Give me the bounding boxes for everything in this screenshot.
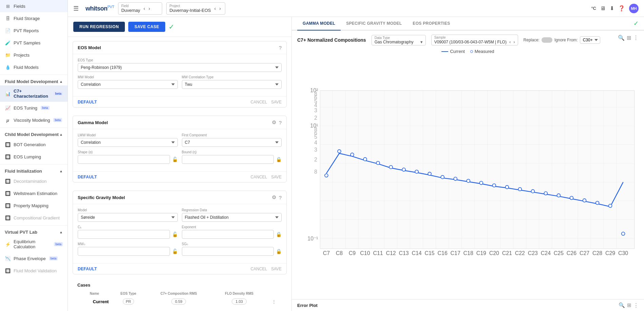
sidebar-item-equilibrium[interactable]: ⚡ Equilibrium Calculation beta xyxy=(0,236,68,252)
ignore-from-select[interactable]: C30+ xyxy=(580,36,600,44)
sg0-lock-button[interactable]: 🔒 xyxy=(276,249,282,254)
chart-more-button[interactable]: ⋮ xyxy=(633,35,639,41)
tab-gamma-model[interactable]: GAMMA MODEL xyxy=(297,17,341,31)
eos-type-select[interactable]: Peng-Robinson (1979) xyxy=(78,63,282,72)
case-more-button[interactable]: ⋮ xyxy=(272,299,276,304)
folder-icon: 📁 xyxy=(5,52,11,58)
exponent-lock-button[interactable]: 🔒 xyxy=(276,232,282,237)
sidebar-item-bot-generation[interactable]: 🔲 BOT Generation xyxy=(0,138,68,151)
field-next-button[interactable]: › xyxy=(147,5,152,12)
svg-text:C19: C19 xyxy=(476,250,486,256)
sg-model-help-button[interactable]: ? xyxy=(279,194,282,200)
sg-model-save-button[interactable]: SAVE xyxy=(271,267,282,271)
mw0-lock-button[interactable]: 🔓 xyxy=(172,249,178,254)
eos-model-help-button[interactable]: ? xyxy=(279,45,282,51)
shape-input[interactable]: 0.746466 xyxy=(78,155,170,164)
mw0-input[interactable]: 66 xyxy=(78,247,170,256)
field-prev-button[interactable]: ‹ xyxy=(142,5,147,12)
sidebar-item-fields[interactable]: ⊞ Fields xyxy=(0,0,68,12)
project-value: Duvernay-Initial-EOS xyxy=(169,8,211,13)
sg-model-settings-button[interactable]: ⚙ xyxy=(272,194,276,200)
svg-point-95 xyxy=(622,232,625,235)
sg0-input[interactable]: 0.2855 xyxy=(182,247,274,256)
data-type-dropdown-icon[interactable]: ▼ xyxy=(418,40,425,44)
svg-point-85 xyxy=(492,184,496,187)
c1-lock-button[interactable]: 🔓 xyxy=(172,232,178,237)
eos-model-save-button[interactable]: SAVE xyxy=(271,100,282,104)
col-eos-header: EOS Type xyxy=(111,290,145,297)
c1-exponent-row: C₁ 0.264856 🔓 Exponent 0.144512 🔒 xyxy=(78,225,282,239)
run-regression-button[interactable]: RUN REGRESSION xyxy=(73,22,125,32)
sg-model-cancel-button[interactable]: CANCEL xyxy=(251,267,267,271)
save-case-button[interactable]: SAVE CASE xyxy=(128,22,165,32)
shape-lock-button[interactable]: 🔓 xyxy=(172,157,178,162)
mw-model-select[interactable]: Correlation xyxy=(78,80,178,89)
mw-correlation-select[interactable]: Twu xyxy=(182,80,282,89)
download-icon[interactable]: ⬇ xyxy=(610,5,614,12)
sg-model-default-button[interactable]: DEFAULT xyxy=(78,267,97,271)
help-icon[interactable]: ❓ xyxy=(618,5,625,12)
regression-data-select[interactable]: Flashed Oil + Distillation xyxy=(182,213,282,222)
sidebar-item-fluid-storage[interactable]: 🗄 Fluid Storage xyxy=(0,12,68,24)
sample-prev-button[interactable]: ‹ xyxy=(509,39,511,44)
sidebar-item-eos-lumping[interactable]: 🔲 EOS Lumping xyxy=(0,151,68,163)
avatar[interactable]: MH xyxy=(629,4,639,13)
sidebar-item-fluid-models[interactable]: 💧 Fluid Models xyxy=(0,61,68,73)
sidebar-item-viscosity-modeling[interactable]: μ Viscosity Modeling beta xyxy=(0,114,68,126)
section-virtual-pvt[interactable]: Virtual PVT Lab ▲ xyxy=(0,227,68,236)
sg-model-select[interactable]: Søreide xyxy=(78,213,178,222)
chart-bg xyxy=(320,91,634,249)
section-child-model-dev[interactable]: Child Model Development ▲ xyxy=(0,129,68,138)
sidebar-item-pvt-reports[interactable]: 📄 PVT Reports xyxy=(0,24,68,37)
gamma-model-settings-button[interactable]: ⚙ xyxy=(272,119,276,125)
sample-next-button[interactable]: › xyxy=(513,39,515,44)
sidebar-item-pvt-samples[interactable]: 🧪 PVT Samples xyxy=(0,37,68,49)
c1-input[interactable]: 0.264856 xyxy=(78,230,170,239)
project-prev-button[interactable]: ‹ xyxy=(213,5,217,12)
legend-current: Current xyxy=(441,49,465,54)
error-more-button[interactable]: ⋮ xyxy=(633,302,639,308)
svg-text:C7: C7 xyxy=(323,250,330,256)
svg-point-72 xyxy=(325,174,328,177)
temp-unit[interactable]: °C xyxy=(591,6,596,11)
section-fluid-model-dev[interactable]: Fluid Model Development ▲ xyxy=(0,76,68,85)
sidebar-item-eos-tuning[interactable]: 📈 EOS Tuning beta xyxy=(0,102,68,114)
gamma-model-help-button[interactable]: ? xyxy=(279,119,282,125)
gamma-model-save-button[interactable]: SAVE xyxy=(271,175,282,179)
sidebar-item-phase-envelope[interactable]: 📉 Phase Envelope beta xyxy=(0,252,68,265)
bound-input[interactable]: 98 xyxy=(182,155,274,164)
exponent-input[interactable]: 0.144512 xyxy=(182,230,274,239)
replace-toggle[interactable] xyxy=(542,37,552,43)
lmw-model-select[interactable]: Correlation xyxy=(78,138,178,147)
tabs-bar: GAMMA MODEL SPECIFIC GRAVITY MODEL EOS P… xyxy=(292,17,644,31)
data-type-selector[interactable]: Data Type Gas Chromatography ▼ xyxy=(372,35,426,45)
sidebar-item-wellstream[interactable]: 🔲 Wellstream Estimation xyxy=(0,187,68,199)
error-expand-button[interactable]: ⊞ xyxy=(627,302,631,308)
eos-model-default-button[interactable]: DEFAULT xyxy=(78,100,97,104)
first-component-select[interactable]: C7 xyxy=(182,138,282,147)
sidebar-item-property-mapping[interactable]: 🔲 Property Mapping xyxy=(0,199,68,212)
sample-selector[interactable]: Sample V09007 (100/03-06-043-07-W5M | FL… xyxy=(431,35,518,45)
svg-point-76 xyxy=(376,161,380,165)
section-fluid-init[interactable]: Fluid Initialization ▲ xyxy=(0,166,68,175)
gamma-model-default-button[interactable]: DEFAULT xyxy=(78,175,97,179)
gamma-model-cancel-button[interactable]: CANCEL xyxy=(251,175,267,179)
eos-model-cancel-button[interactable]: CANCEL xyxy=(251,100,267,104)
sg-model-body: Model Søreide Regression Data Flashed Oi… xyxy=(73,204,286,263)
tab-specific-gravity-model[interactable]: SPECIFIC GRAVITY MODEL xyxy=(341,17,407,31)
monitor-icon[interactable]: 🖥 xyxy=(600,5,606,12)
c7-icon: 📊 xyxy=(5,91,11,97)
sidebar-item-c7-characterization[interactable]: 📊 C7+ Characterization beta xyxy=(0,85,68,102)
project-next-button[interactable]: › xyxy=(218,5,222,12)
sidebar-item-projects[interactable]: 📁 Projects xyxy=(0,49,68,61)
chart-zoom-button[interactable]: 🔍 xyxy=(618,35,625,41)
chart-expand-button[interactable]: ⊞ xyxy=(627,35,631,41)
tab-eos-properties[interactable]: EOS PROPERTIES xyxy=(407,17,455,31)
svg-text:3: 3 xyxy=(314,108,317,113)
bound-lock-button[interactable]: 🔒 xyxy=(276,157,282,162)
hamburger-icon[interactable]: ☰ xyxy=(73,5,79,12)
project-selector[interactable]: Project Duvernay-Initial-EOS ‹ › xyxy=(166,2,225,15)
lmw-row: LMW Model Correlation First Component C7 xyxy=(78,133,282,147)
error-zoom-button[interactable]: 🔍 xyxy=(619,302,625,308)
field-selector[interactable]: Field Duvernay ‹ › xyxy=(118,2,162,15)
